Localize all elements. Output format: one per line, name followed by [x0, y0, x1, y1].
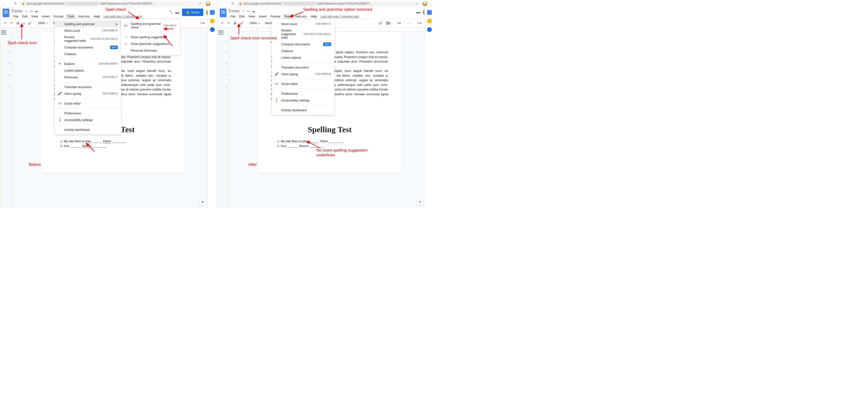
profile-avatar-icon[interactable]	[206, 1, 211, 6]
menu-item-translate-document[interactable]: Translate document	[55, 83, 121, 90]
menu-item-linked-objects[interactable]: Linked objects	[272, 54, 334, 61]
cloud-status-icon[interactable]: ☁	[252, 9, 255, 13]
print-icon[interactable]: 🖶	[232, 20, 238, 26]
menu-item-voice-typing[interactable]: 🎤Voice typingCtrl+Shift+S	[272, 71, 334, 77]
menu-item-review-suggested-edits[interactable]: Review suggested editsCtrl+Alt+O Ctrl+Al…	[272, 27, 334, 41]
docs-logo-icon[interactable]	[3, 9, 9, 17]
explore-fab-icon[interactable]: ✦	[416, 199, 423, 205]
zoom-select[interactable]: 100%	[37, 21, 46, 25]
menu-format[interactable]: Format	[269, 14, 282, 19]
more-icon[interactable]: ⋯	[406, 20, 412, 26]
comments-icon[interactable]: ▬	[175, 10, 179, 14]
tools-dropdown[interactable]: Spelling and grammar▶Word countCtrl+Shif…	[55, 19, 121, 134]
menu-insert[interactable]: Insert	[40, 14, 51, 19]
print-icon[interactable]: 🖶	[15, 20, 21, 26]
forward-icon[interactable]: →	[225, 2, 229, 5]
chrome-menu-icon[interactable]: ⋮	[429, 2, 432, 5]
cloud-status-icon[interactable]: ☁	[35, 9, 38, 13]
keep-app-icon[interactable]	[210, 19, 215, 23]
keep-app-icon[interactable]	[427, 19, 432, 23]
menu-edit[interactable]: Edit	[21, 14, 29, 19]
reload-icon[interactable]: ⟳	[231, 2, 235, 5]
last-edit-text[interactable]: Last edit was 2 minutes ago	[320, 14, 359, 18]
menu-item-activity-dashboard[interactable]: Activity dashboard	[55, 126, 121, 133]
menu-item-voice-typing[interactable]: 🎤Voice typingCtrl+Shift+S	[55, 90, 121, 97]
menu-item-compare-documents[interactable]: Compare documentsNew	[272, 41, 334, 47]
menu-insert[interactable]: Insert	[257, 14, 269, 19]
menu-item-review-suggested-edits[interactable]: Review suggested editsCtrl+Alt+O Ctrl+Al…	[55, 34, 121, 44]
menu-item-personal-dictionary[interactable]: Personal dictionary	[121, 47, 180, 54]
share-button[interactable]: 🔒Share	[182, 9, 203, 16]
tasks-app-icon[interactable]	[210, 27, 215, 32]
profile-avatar-icon[interactable]	[423, 1, 427, 6]
menu-item-script-editor[interactable]: <>Script editor	[55, 100, 121, 107]
menu-item-preferences[interactable]: Preferences	[272, 90, 334, 97]
menu-item-translate-document[interactable]: Translate document	[272, 64, 334, 71]
undo-icon[interactable]: ↶	[220, 20, 225, 26]
star-doc-icon[interactable]: ☆	[242, 9, 245, 13]
spelling-list[interactable]: My dad likes to play ______ Paino ______…	[271, 139, 388, 149]
menu-file[interactable]: File	[12, 14, 20, 19]
menu-item-word-count[interactable]: Word countCtrl+Shift+C	[272, 21, 334, 27]
redo-icon[interactable]: ↷	[226, 20, 231, 26]
star-doc-icon[interactable]: ☆	[25, 9, 28, 13]
zoom-select[interactable]: 100%	[249, 21, 258, 25]
forward-icon[interactable]: →	[8, 2, 12, 5]
redo-icon[interactable]: ↷	[9, 20, 14, 26]
image-icon[interactable]: 🖼▾	[384, 20, 392, 26]
comments-icon[interactable]: ▬	[416, 10, 420, 14]
menu-item-explore[interactable]: ✦ExploreCtrl+Alt+Shift+I	[55, 60, 121, 67]
menu-item-preferences[interactable]: Preferences	[55, 110, 121, 116]
menu-item-spelling-and-grammar-check[interactable]: A✓Spelling and grammar checkCtrl+Alt+X	[121, 21, 180, 31]
outline-icon[interactable]	[219, 30, 223, 35]
undo-icon[interactable]: ↶	[3, 20, 8, 26]
menu-item-citations[interactable]: Citations	[55, 50, 121, 57]
menu-item-word-count[interactable]: Word countCtrl+Shift+C	[55, 27, 121, 34]
explore-fab-icon[interactable]: ✦	[199, 199, 206, 205]
menu-help[interactable]: Help	[92, 14, 102, 19]
menu-item-show-grammar-suggestions[interactable]: ✓Show grammar suggestions	[121, 40, 180, 47]
document-title[interactable]: Essay	[12, 9, 23, 13]
address-bar[interactable]: 🔒 docs.google.com/document/d/ xxxxxxxxxx…	[237, 1, 421, 6]
menu-item-show-spelling-suggestions[interactable]: ✓Show spelling suggestions	[121, 34, 180, 40]
menu-addons[interactable]: Add-ons	[76, 14, 91, 19]
paint-format-icon[interactable]: 🖌	[27, 20, 33, 26]
spelling-submenu[interactable]: A✓Spelling and grammar checkCtrl+Alt+X✓S…	[121, 19, 180, 55]
link-icon[interactable]: 🔗	[377, 20, 383, 26]
menu-item-dictionary[interactable]: DictionaryCtrl+Shift+Y	[55, 74, 121, 80]
menu-item-script-editor[interactable]: <>Script editor	[272, 80, 334, 87]
outline-icon[interactable]	[2, 30, 6, 35]
last-edit-text[interactable]: Last edit was 2 minutes ago	[104, 14, 142, 18]
calendar-app-icon[interactable]	[427, 10, 432, 15]
docs-logo-icon[interactable]	[220, 9, 226, 17]
document-title[interactable]: Essay	[229, 9, 240, 13]
menu-item-compare-documents[interactable]: Compare documentsNew	[55, 44, 121, 50]
menu-view[interactable]: View	[30, 14, 40, 19]
misspelling[interactable]: Paino	[103, 139, 111, 143]
menu-item-spelling-and-grammar[interactable]: Spelling and grammar▶	[55, 21, 121, 27]
star-icon[interactable]: ☆	[199, 2, 202, 5]
back-icon[interactable]: ←	[2, 2, 6, 5]
document-heading[interactable]: Spelling Test	[271, 125, 388, 134]
menu-item-accessibility-settings[interactable]: 🚶Accessibility settings	[272, 97, 334, 104]
menu-item-citations[interactable]: Citations	[272, 47, 334, 54]
editing-mode-icon[interactable]: ✎▾	[416, 20, 423, 26]
word-mooon[interactable]: Mooon	[299, 144, 309, 148]
tools-dropdown[interactable]: Word countCtrl+Shift+CReview suggested e…	[272, 19, 334, 115]
menu-item-linked-objects[interactable]: Linked objects	[55, 67, 121, 74]
trend-icon[interactable]: 〽	[168, 10, 173, 14]
menu-edit[interactable]: Edit	[238, 14, 246, 19]
spellcheck-icon[interactable]: A✓	[22, 21, 26, 26]
menu-help[interactable]: Help	[309, 14, 319, 19]
menu-item-activity-dashboard[interactable]: Activity dashboard	[272, 107, 334, 113]
menu-item-accessibility-settings[interactable]: 🚶Accessibility settings	[55, 116, 121, 123]
calendar-app-icon[interactable]	[210, 10, 215, 15]
move-icon[interactable]: ▭	[247, 9, 250, 13]
menu-addons[interactable]: Add-ons	[293, 14, 308, 19]
back-icon[interactable]: ←	[219, 2, 223, 5]
star-icon[interactable]: ☆	[415, 2, 418, 5]
reload-icon[interactable]: ⟳	[13, 2, 18, 5]
editing-mode-icon[interactable]: ✎▾	[199, 20, 206, 26]
word-paino[interactable]: Paino	[320, 139, 328, 143]
paint-format-icon[interactable]: 🖌	[239, 20, 245, 26]
